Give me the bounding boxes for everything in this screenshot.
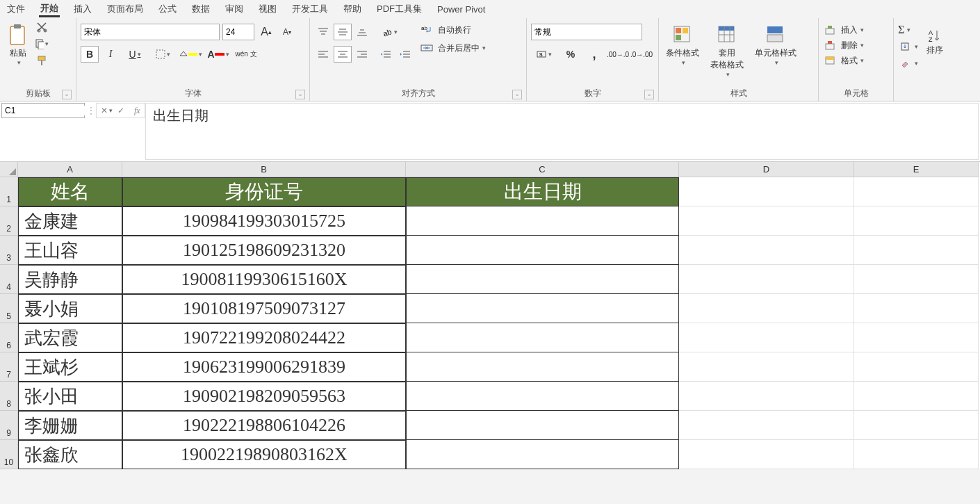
- font-color-button[interactable]: A▾: [206, 46, 231, 63]
- row-header-5[interactable]: 5: [0, 294, 18, 323]
- cell-D2[interactable]: [679, 206, 854, 236]
- cell-A3[interactable]: 王山容: [18, 236, 122, 265]
- menu-insert[interactable]: 插入: [72, 1, 93, 17]
- menu-review[interactable]: 审阅: [224, 1, 245, 17]
- number-launcher-icon[interactable]: ▫: [644, 90, 654, 99]
- cell-C10[interactable]: [406, 440, 679, 469]
- row-header-6[interactable]: 6: [0, 323, 18, 352]
- delete-cells-button[interactable]: 删除▾: [823, 39, 864, 51]
- cell-A6[interactable]: 武宏霞: [18, 323, 122, 352]
- decrease-font-icon[interactable]: A▾: [278, 24, 296, 40]
- bold-button[interactable]: B: [81, 46, 99, 63]
- col-header-D[interactable]: D: [679, 162, 854, 177]
- enter-formula-icon[interactable]: ✓: [117, 106, 124, 115]
- cell-B6[interactable]: 190722199208024422: [122, 323, 406, 352]
- menu-powerpivot[interactable]: Power Pivot: [436, 3, 487, 16]
- cell-C6[interactable]: [406, 323, 679, 352]
- select-all-triangle[interactable]: [0, 162, 18, 177]
- cell-D5[interactable]: [679, 294, 854, 323]
- row-header-3[interactable]: 3: [0, 236, 18, 265]
- align-bottom-icon[interactable]: [353, 24, 371, 40]
- menu-file[interactable]: 文件: [6, 1, 26, 17]
- cell-C5[interactable]: [406, 294, 679, 323]
- cell-D7[interactable]: [679, 352, 854, 382]
- accounting-format-button[interactable]: $▾: [531, 46, 556, 63]
- row-header-8[interactable]: 8: [0, 382, 18, 411]
- menu-help[interactable]: 帮助: [342, 1, 363, 17]
- align-center-icon[interactable]: [334, 46, 352, 63]
- sort-filter-button[interactable]: AZ 排序: [924, 24, 946, 59]
- menu-formulas[interactable]: 公式: [157, 1, 178, 17]
- cell-B8[interactable]: 190902198209059563: [122, 382, 406, 411]
- cell-E6[interactable]: [854, 323, 979, 352]
- cell-B10[interactable]: 19002219890803162X: [122, 440, 406, 469]
- number-format-select[interactable]: [531, 24, 642, 40]
- cell-E1[interactable]: [854, 177, 979, 206]
- cell-D4[interactable]: [679, 265, 854, 294]
- cell-B9[interactable]: 190222198806104226: [122, 411, 406, 440]
- row-header-9[interactable]: 9: [0, 411, 18, 440]
- cell-E3[interactable]: [854, 236, 979, 265]
- cell-E4[interactable]: [854, 265, 979, 294]
- row-header-7[interactable]: 7: [0, 352, 18, 382]
- underline-button[interactable]: U▾: [122, 46, 147, 63]
- phonetic-button[interactable]: wén 文: [234, 46, 259, 63]
- cell-C8[interactable]: [406, 382, 679, 411]
- menu-home[interactable]: 开始: [39, 1, 60, 17]
- cell-A8[interactable]: 张小田: [18, 382, 122, 411]
- cell-styles-button[interactable]: 单元格样式▾: [752, 21, 799, 69]
- italic-button[interactable]: I: [101, 46, 120, 63]
- cell-E5[interactable]: [854, 294, 979, 323]
- align-left-icon[interactable]: [314, 46, 332, 63]
- cell-B4[interactable]: 19008119930615160X: [122, 265, 406, 294]
- copy-icon[interactable]: ▾: [35, 38, 49, 50]
- cell-D8[interactable]: [679, 382, 854, 411]
- cell-D9[interactable]: [679, 411, 854, 440]
- conditional-format-button[interactable]: 条件格式▾: [663, 21, 702, 69]
- cancel-formula-icon[interactable]: ✕: [101, 106, 108, 115]
- comma-button[interactable]: ,: [585, 46, 603, 63]
- cell-B7[interactable]: 190623199006291839: [122, 352, 406, 382]
- cell-D10[interactable]: [679, 440, 854, 469]
- header-cell-id[interactable]: 身份证号: [122, 177, 406, 206]
- cell-C4[interactable]: [406, 265, 679, 294]
- menu-view[interactable]: 视图: [257, 1, 278, 17]
- clipboard-launcher-icon[interactable]: ▫: [62, 90, 72, 99]
- cell-C2[interactable]: [406, 206, 679, 236]
- align-right-icon[interactable]: [353, 46, 371, 63]
- formula-bar[interactable]: 出生日期: [145, 103, 979, 160]
- percent-button[interactable]: %: [562, 46, 580, 63]
- menu-pagelayout[interactable]: 页面布局: [106, 1, 145, 17]
- wrap-text-button[interactable]: ab 自动换行: [420, 24, 486, 36]
- col-header-E[interactable]: E: [854, 162, 979, 177]
- cell-E10[interactable]: [854, 440, 979, 469]
- cell-D6[interactable]: [679, 323, 854, 352]
- paste-button[interactable]: 粘贴 ▾: [4, 21, 32, 69]
- font-name-select[interactable]: [81, 24, 220, 40]
- cell-B3[interactable]: 190125198609231320: [122, 236, 406, 265]
- cell-A10[interactable]: 张鑫欣: [18, 440, 122, 469]
- cell-A7[interactable]: 王斌杉: [18, 352, 122, 382]
- increase-font-icon[interactable]: A▴: [257, 24, 275, 40]
- cell-A2[interactable]: 金康建: [18, 206, 122, 236]
- name-box[interactable]: ▾: [1, 103, 85, 118]
- fill-color-button[interactable]: ▾: [178, 46, 203, 63]
- cell-C9[interactable]: [406, 411, 679, 440]
- cell-D3[interactable]: [679, 236, 854, 265]
- cell-E9[interactable]: [854, 411, 979, 440]
- row-header-1[interactable]: 1: [0, 177, 18, 206]
- fill-button[interactable]: ▾: [898, 40, 918, 53]
- insert-cells-button[interactable]: 插入▾: [823, 24, 864, 36]
- alignment-launcher-icon[interactable]: ▫: [512, 90, 522, 99]
- format-painter-icon[interactable]: [35, 54, 49, 67]
- format-as-table-button[interactable]: 套用 表格格式▾: [708, 21, 746, 81]
- col-header-A[interactable]: A: [18, 162, 122, 177]
- cell-A5[interactable]: 聂小娟: [18, 294, 122, 323]
- cell-E2[interactable]: [854, 206, 979, 236]
- col-header-C[interactable]: C: [406, 162, 679, 177]
- col-header-B[interactable]: B: [122, 162, 406, 177]
- increase-indent-icon[interactable]: [396, 46, 414, 63]
- header-cell-name[interactable]: 姓名: [18, 177, 122, 206]
- clear-button[interactable]: ▾: [898, 57, 918, 70]
- cell-C7[interactable]: [406, 352, 679, 382]
